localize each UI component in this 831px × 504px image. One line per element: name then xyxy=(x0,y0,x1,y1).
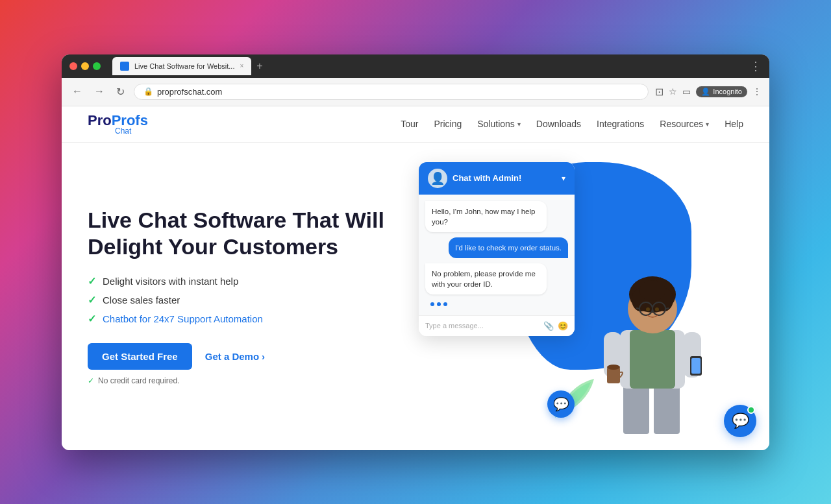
site-logo[interactable]: ProProfs Chat xyxy=(88,112,148,136)
title-bar: Live Chat Software for Websit... × + ⋮ xyxy=(62,54,769,78)
no-cc-check-icon: ✓ xyxy=(88,376,94,385)
logo-pro-text: Pro xyxy=(88,112,112,128)
incognito-icon: 👤 xyxy=(701,88,710,96)
demo-arrow-icon: › xyxy=(262,351,265,362)
check-icon-1: ✓ xyxy=(88,275,96,287)
nav-pricing[interactable]: Pricing xyxy=(434,119,462,129)
address-bar: ← → ↻ 🔒 proprofschat.com ⊡ ☆ ▭ 👤 Incogni… xyxy=(62,78,769,106)
incognito-badge: 👤 Incognito xyxy=(696,86,747,97)
forward-button[interactable]: → xyxy=(92,83,107,100)
chat-message-3: No problem, please provide me with your … xyxy=(425,263,547,294)
menu-icon[interactable]: ⋮ xyxy=(752,86,762,97)
emoji-icon[interactable]: 😊 xyxy=(558,321,568,331)
logo-chat-text: Chat xyxy=(115,126,131,136)
typing-dot-2 xyxy=(437,302,441,306)
solutions-dropdown-arrow: ▾ xyxy=(517,121,521,128)
traffic-lights xyxy=(69,62,101,70)
feature-item-3: ✓ Chatbot for 24x7 Support Automation xyxy=(88,313,399,325)
tab-favicon xyxy=(120,62,129,71)
nav-downloads[interactable]: Downloads xyxy=(536,119,581,129)
cta-row: Get Started Free Get a Demo › xyxy=(88,343,399,370)
incognito-label: Incognito xyxy=(713,88,742,95)
check-icon-2: ✓ xyxy=(88,294,96,306)
svg-point-21 xyxy=(607,365,620,370)
bookmark-icon[interactable]: ☆ xyxy=(669,86,677,97)
floating-chat-button[interactable]: 💬 xyxy=(724,405,756,437)
get-started-button[interactable]: Get Started Free xyxy=(88,343,192,370)
chat-widget-header: 👤 Chat with Admin! ▾ xyxy=(419,162,575,195)
no-credit-card-note: ✓ No credit card required. xyxy=(88,376,399,385)
tab-bar: Live Chat Software for Websit... × + xyxy=(112,57,745,75)
nav-integrations[interactable]: Integrations xyxy=(597,119,644,129)
floating-chat-icon: 💬 xyxy=(732,413,749,429)
hero-left: Live Chat Software That Will Delight You… xyxy=(88,207,399,386)
chat-header-left: 👤 Chat with Admin! xyxy=(428,169,521,188)
get-demo-link[interactable]: Get a Demo › xyxy=(205,351,265,362)
nav-links: Tour Pricing Solutions ▾ Downloads Integ… xyxy=(401,119,743,129)
svg-point-19 xyxy=(655,307,659,311)
hero-title: Live Chat Software That Will Delight You… xyxy=(88,207,399,260)
chat-widget[interactable]: 👤 Chat with Admin! ▾ Hello, I'm John, ho… xyxy=(419,162,575,336)
chat-input-placeholder[interactable]: Type a message... xyxy=(425,322,540,330)
window-controls[interactable]: ⋮ xyxy=(750,59,762,73)
svg-rect-1 xyxy=(654,382,680,434)
address-actions: ⊡ ☆ ▭ 👤 Incognito ⋮ xyxy=(655,86,762,98)
website-content: ProProfs Chat Tour Pricing Solutions ▾ D… xyxy=(62,106,769,450)
tab-label: Live Chat Software for Websit... xyxy=(134,62,234,70)
chatbot-link[interactable]: Chatbot for 24x7 Support Automation xyxy=(103,313,263,324)
hero-section: Live Chat Software That Will Delight You… xyxy=(62,143,769,450)
online-indicator xyxy=(747,406,755,414)
chat-expand-icon[interactable]: ▾ xyxy=(562,174,565,183)
chat-header-title: Chat with Admin! xyxy=(453,173,521,183)
chat-message-2: I'd like to check my order status. xyxy=(449,237,568,258)
svg-point-12 xyxy=(639,280,665,301)
minimize-traffic-light[interactable] xyxy=(81,62,89,70)
attachment-icon[interactable]: 📎 xyxy=(543,321,554,331)
person-svg xyxy=(594,262,711,444)
chat-message-1: Hello, I'm John, how may I help you? xyxy=(425,201,547,232)
feature-item-1: ✓ Delight visitors with instant help xyxy=(88,275,399,287)
site-nav: ProProfs Chat Tour Pricing Solutions ▾ D… xyxy=(62,106,769,143)
chat-input-bar[interactable]: Type a message... 📎 😊 xyxy=(419,315,575,336)
svg-rect-0 xyxy=(623,382,649,434)
svg-point-18 xyxy=(646,307,650,311)
nav-tour[interactable]: Tour xyxy=(401,119,418,129)
person-illustration xyxy=(588,262,717,444)
typing-dot-1 xyxy=(430,302,434,306)
tab-close-button[interactable]: × xyxy=(240,62,243,69)
hero-right: 👤 Chat with Admin! ▾ Hello, I'm John, ho… xyxy=(399,156,743,437)
reload-button[interactable]: ↻ xyxy=(114,83,127,101)
feature-list: ✓ Delight visitors with instant help ✓ C… xyxy=(88,275,399,325)
svg-line-16 xyxy=(636,308,639,309)
nav-help[interactable]: Help xyxy=(725,119,743,129)
new-tab-button[interactable]: + xyxy=(256,60,262,72)
feature-item-2: ✓ Close sales faster xyxy=(88,294,399,306)
active-tab[interactable]: Live Chat Software for Websit... × xyxy=(112,57,251,75)
lock-icon: 🔒 xyxy=(143,87,153,96)
typing-dot-3 xyxy=(443,302,447,306)
split-view-icon: ▭ xyxy=(682,86,691,97)
url-text: proprofschat.com xyxy=(157,87,222,97)
speech-bubble-icon: 💬 xyxy=(553,396,569,412)
small-chat-bubble: 💬 xyxy=(547,390,575,418)
svg-line-17 xyxy=(665,308,669,309)
back-button[interactable]: ← xyxy=(69,83,85,100)
cast-icon: ⊡ xyxy=(655,86,664,98)
svg-rect-7 xyxy=(691,358,701,374)
typing-indicator xyxy=(425,300,453,309)
nav-resources[interactable]: Resources ▾ xyxy=(660,119,709,129)
check-icon-3: ✓ xyxy=(88,313,96,325)
svg-rect-3 xyxy=(630,330,675,389)
chat-messages: Hello, I'm John, how may I help you? I'd… xyxy=(419,195,575,315)
resources-dropdown-arrow: ▾ xyxy=(706,121,709,128)
nav-solutions[interactable]: Solutions ▾ xyxy=(477,119,521,129)
admin-avatar: 👤 xyxy=(428,169,447,188)
url-bar[interactable]: 🔒 proprofschat.com xyxy=(134,84,649,100)
close-traffic-light[interactable] xyxy=(69,62,77,70)
fullscreen-traffic-light[interactable] xyxy=(93,62,101,70)
browser-window: Live Chat Software for Websit... × + ⋮ ←… xyxy=(62,54,769,450)
